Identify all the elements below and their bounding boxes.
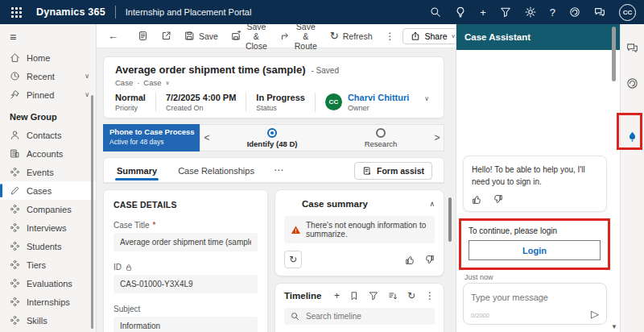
show-chart-button[interactable] (133, 28, 153, 44)
rail-chat-button[interactable] (621, 35, 644, 60)
building-icon (10, 148, 20, 159)
login-prompt-annotated: To continue, please login Login (459, 218, 610, 270)
sidebar-item-home[interactable]: Home (0, 48, 96, 67)
sidebar-item-students[interactable]: Students (0, 237, 96, 255)
more-commands-button[interactable]: ⋮ (380, 29, 399, 44)
collapse-chevron-up-icon[interactable]: ∧ (429, 200, 435, 208)
owner-avatar: CC (325, 93, 342, 110)
plus-icon[interactable]: + (480, 7, 486, 18)
process-stage-identify[interactable]: Identify (48 D) (247, 127, 298, 148)
share-button[interactable]: Share ∨ (402, 28, 456, 44)
add-icon[interactable]: + (334, 291, 340, 301)
tab-summary[interactable]: Summary (115, 163, 159, 182)
side-pane-rail (620, 24, 644, 332)
form-selector[interactable]: Case (143, 78, 161, 87)
tab-case-relationships[interactable]: Case Relationships (176, 163, 256, 182)
sidebar-group-label: New Group (0, 104, 96, 126)
chevron-down-icon[interactable]: ∨ (166, 80, 170, 86)
chevron-down-icon[interactable]: ∨ (85, 91, 89, 98)
app-brand[interactable]: Dynamics 365 (36, 6, 105, 18)
thumbs-down-icon[interactable] (493, 194, 503, 205)
rail-copilot-button[interactable] (621, 71, 644, 95)
sidebar-item-companies[interactable]: Companies (0, 200, 96, 218)
assistant-message-input[interactable] (471, 293, 599, 302)
lightbulb-icon[interactable] (455, 6, 466, 18)
thumbs-up-icon[interactable] (405, 255, 415, 265)
owner-link[interactable]: Charvi Chitturi (348, 93, 409, 102)
sidebar-item-pinned[interactable]: Pinned ∨ (0, 85, 96, 104)
process-next-chevron[interactable]: > (431, 125, 444, 151)
app-title[interactable]: Internship and Placement Portal (126, 7, 252, 17)
case-details-section: CASE DETAILS Case Title * ID Subject (103, 189, 268, 332)
process-stage-research[interactable]: Research (365, 127, 398, 148)
sort-icon[interactable] (388, 291, 398, 301)
sidebar-item-internships[interactable]: Internships (0, 293, 96, 311)
send-icon[interactable]: ▷ (591, 308, 599, 320)
collapse-menu-icon[interactable]: ≡ (0, 24, 96, 48)
settings-gear-icon[interactable] (525, 6, 536, 18)
sidebar-scrollbar[interactable] (91, 95, 93, 329)
chevron-down-icon[interactable]: ∨ (85, 73, 89, 80)
sidebar-item-accounts[interactable]: Accounts (0, 144, 96, 163)
login-button[interactable]: Login (469, 240, 601, 260)
app-launcher-waffle-icon[interactable] (11, 7, 22, 18)
process-prev-chevron[interactable]: < (200, 125, 213, 151)
regenerate-summary-button[interactable]: ↻ (284, 251, 302, 268)
share-icon (411, 31, 420, 41)
form-assist-button[interactable]: Form assist (354, 162, 432, 180)
topbar-divider (115, 6, 116, 19)
chevron-down-icon[interactable]: ∨ (424, 95, 429, 102)
document-icon (138, 31, 148, 41)
entity-icon (10, 167, 20, 177)
warning-triangle-icon (291, 225, 301, 235)
person-icon (10, 130, 20, 140)
main-scrollbar[interactable] (448, 197, 452, 242)
feedback-chat-icon[interactable] (594, 6, 605, 18)
save-close-icon (231, 31, 242, 41)
assistant-scrollbar[interactable] (612, 27, 616, 81)
assistant-greeting: Hello! To be able to help you, I'll need… (472, 164, 598, 188)
timeline-search[interactable] (284, 308, 435, 325)
filter-icon[interactable] (369, 291, 378, 301)
tabs-overflow-icon[interactable]: ⋯ (274, 164, 283, 181)
sidebar-item-cases[interactable]: Cases (0, 181, 96, 200)
refresh-icon: ↻ (330, 31, 339, 41)
sidebar-item-recent[interactable]: Recent ∨ (0, 67, 96, 85)
refresh-icon[interactable]: ↻ (407, 291, 415, 301)
scrollbar-down-arrow-icon[interactable]: ▼ (611, 323, 617, 330)
user-avatar[interactable]: CC (619, 4, 636, 21)
back-button[interactable]: ← (103, 28, 123, 44)
header-field-owner: CC Charvi Chitturi Owner ∨ (315, 93, 429, 112)
filter-icon[interactable] (500, 6, 511, 18)
subject-field[interactable] (114, 317, 258, 332)
refresh-button[interactable]: ↻ Refresh (325, 28, 378, 44)
sidebar-item-skills[interactable]: Skills (0, 311, 96, 330)
popout-button[interactable] (156, 28, 176, 44)
top-app-bar: Dynamics 365 Internship and Placement Po… (0, 0, 644, 24)
entity-icon (10, 241, 20, 251)
save-button[interactable]: Save (180, 28, 223, 44)
sidebar-item-tiers[interactable]: Tiers (0, 255, 96, 274)
assistant-header: Case Assistant (456, 24, 620, 50)
process-stage-box[interactable]: Phone to Case Process Active for 48 days (103, 124, 200, 151)
home-icon (10, 52, 20, 63)
search-icon[interactable] (430, 6, 441, 18)
save-and-close-button[interactable]: Save & Close (226, 24, 272, 53)
pencil-icon (10, 185, 20, 196)
sidebar-item-events[interactable]: Events (0, 163, 96, 181)
thumbs-down-icon[interactable] (424, 255, 435, 265)
case-id-field[interactable] (114, 275, 258, 293)
bookmark-icon[interactable] (349, 291, 359, 301)
sidebar-item-contacts[interactable]: Contacts (0, 126, 96, 144)
timeline-search-input[interactable] (304, 311, 428, 322)
sidebar-item-evaluations[interactable]: Evaluations (0, 274, 96, 293)
rail-case-assistant-button[interactable] (621, 124, 644, 148)
copilot-icon[interactable] (569, 6, 580, 18)
more-vertical-icon[interactable]: ⋮ (425, 291, 435, 301)
help-icon[interactable]: ? (550, 7, 555, 18)
save-and-route-button[interactable]: Save & Route (275, 24, 322, 53)
thumbs-up-icon[interactable] (472, 194, 482, 205)
sidebar-item-interviews[interactable]: Interviews (0, 218, 96, 237)
assistant-input-box[interactable]: 0/2000 ▷ (463, 283, 607, 325)
case-title-field[interactable] (114, 233, 258, 251)
